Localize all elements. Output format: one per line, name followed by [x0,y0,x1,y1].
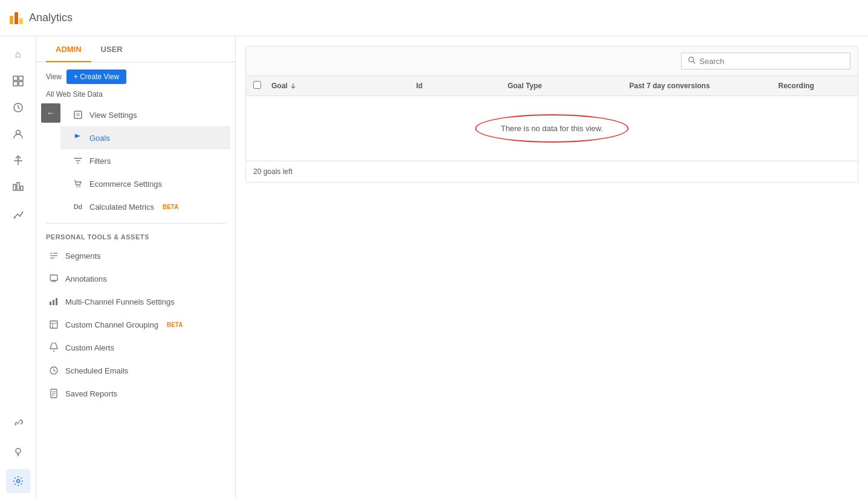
nav-icon-clock[interactable] [6,95,30,120]
svg-rect-14 [74,111,82,118]
menu-item-filters[interactable]: Filters [60,149,230,172]
nav-icon-link[interactable] [6,411,30,435]
custom-channel-beta: BETA [167,322,183,328]
svg-rect-25 [53,300,54,305]
sidebar: ADMIN USER View + Create View All Web Si… [36,36,236,498]
back-button[interactable]: ← [41,103,60,123]
menu-item-saved-reports[interactable]: Saved Reports [36,382,235,405]
svg-rect-10 [21,186,23,190]
nav-icon-settings[interactable] [6,469,30,493]
divider-personal [46,223,225,224]
table-body: There is no data for this view. [246,96,858,161]
th-goal-label: Goal [271,82,288,90]
calculated-metrics-label: Calculated Metrics [89,202,154,212]
svg-point-18 [79,186,80,187]
svg-rect-0 [13,76,18,80]
personal-tools-header: PERSONAL TOOLS & ASSETS [36,226,235,244]
ecommerce-label: Ecommerce Settings [89,179,162,189]
nav-icon-lightbulb[interactable] [6,440,30,464]
goals-label: Goals [89,134,110,143]
nav-icon-acquisition[interactable] [6,149,30,173]
ecommerce-icon [73,178,83,189]
th-goal: Goal [271,82,416,90]
svg-point-12 [16,448,21,453]
th-goal-type: Goal Type [452,82,597,90]
filters-icon [73,155,83,166]
calculated-metrics-beta: BETA [163,204,178,210]
multi-channel-icon [48,296,59,307]
menu-item-annotations[interactable]: Annotations [36,267,235,290]
app-title: Analytics [29,11,73,24]
svg-rect-27 [50,321,57,328]
main-content: Goal Id Goal Type Past 7 day conversions… [236,36,868,498]
logo-bar-2 [15,12,18,24]
tab-user[interactable]: USER [91,36,132,62]
calculated-metrics-icon: Dd [73,201,83,212]
goals-left: 20 goals left [246,161,858,182]
menu-item-goals[interactable]: Goals [60,126,230,149]
left-nav: ⌂ [0,36,36,498]
th-goal-type-label: Goal Type [508,82,542,90]
svg-rect-8 [13,184,16,190]
search-input-wrap [681,53,850,70]
th-recording-label: Recording [779,82,814,90]
saved-reports-icon [48,388,59,399]
saved-reports-label: Saved Reports [65,389,117,398]
nav-icon-home[interactable]: ⌂ [6,42,30,66]
scheduled-emails-label: Scheduled Emails [65,366,128,375]
nav-icon-conversions[interactable] [6,202,30,226]
custom-alerts-icon [48,342,59,353]
nav-icon-behavior[interactable] [6,175,30,199]
svg-point-17 [77,186,78,187]
th-recording: Recording [742,82,850,90]
annotations-label: Annotations [65,274,107,283]
search-input[interactable] [699,57,844,66]
segments-label: Segments [65,251,101,260]
menu-item-segments[interactable]: Segments [36,244,235,267]
logo-icon [10,12,23,24]
search-bar-row [246,47,858,76]
menu-item-calculated-metrics[interactable]: Dd Calculated Metrics BETA [60,195,230,218]
back-section: ← View Settings Goals [36,103,235,221]
th-past7-label: Past 7 day conversions [629,82,710,90]
create-view-button[interactable]: + Create View [66,70,127,84]
th-checkbox [253,81,271,91]
svg-line-32 [54,370,56,372]
top-header: Analytics [0,0,868,36]
menu-item-custom-alerts[interactable]: Custom Alerts [36,336,235,359]
menu-items-container: View Settings Goals Filters [60,103,230,218]
custom-channel-icon [48,319,59,330]
svg-rect-1 [19,76,23,80]
svg-point-13 [16,480,19,483]
no-data-text: There is no data for this view. [500,124,603,133]
menu-item-multi-channel[interactable]: Multi-Channel Funnels Settings [36,290,235,313]
svg-rect-23 [50,275,57,280]
scheduled-emails-icon [48,365,59,376]
filters-label: Filters [89,157,111,166]
sort-icon [290,82,296,89]
goals-table-container: Goal Id Goal Type Past 7 day conversions… [245,46,858,183]
svg-rect-9 [17,183,19,190]
custom-channel-label: Custom Channel Grouping [65,320,158,329]
menu-item-view-settings[interactable]: View Settings [60,103,230,126]
custom-alerts-label: Custom Alerts [65,343,114,352]
menu-item-scheduled-emails[interactable]: Scheduled Emails [36,359,235,382]
tab-admin[interactable]: ADMIN [46,36,91,62]
menu-item-custom-channel[interactable]: Custom Channel Grouping BETA [36,313,235,336]
svg-point-11 [13,217,15,219]
goals-icon [73,132,83,143]
svg-line-6 [18,108,20,109]
view-settings-label: View Settings [89,111,137,120]
menu-item-ecommerce[interactable]: Ecommerce Settings [60,172,230,195]
view-label: View [46,73,62,81]
svg-line-38 [693,62,696,64]
select-all-checkbox[interactable] [253,81,261,89]
tabs-bar: ADMIN USER [36,36,235,62]
logo-bar-3 [19,18,23,24]
nav-icon-dashboard[interactable] [6,69,30,93]
all-web-site-label: All Web Site Data [36,86,235,103]
multi-channel-label: Multi-Channel Funnels Settings [65,297,175,306]
nav-icon-person[interactable] [6,122,30,146]
svg-rect-2 [13,82,18,86]
main-layout: ⌂ ADMIN [0,36,868,498]
